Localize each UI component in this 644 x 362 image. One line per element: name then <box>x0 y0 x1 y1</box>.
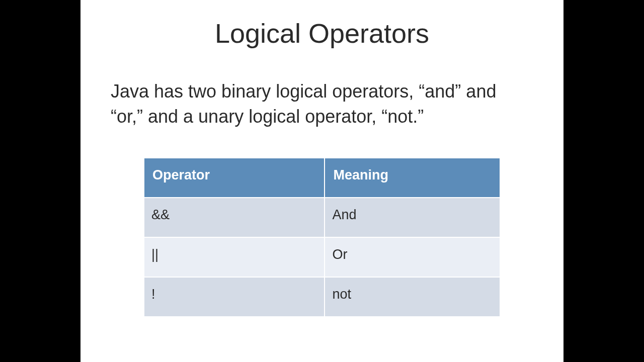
table-row: && And <box>144 198 500 237</box>
table-cell-operator: || <box>144 237 325 277</box>
slide-body-text: Java has two binary logical operators, “… <box>111 79 533 130</box>
table-cell-operator: && <box>144 198 325 237</box>
slide-title: Logical Operators <box>111 18 533 49</box>
table-header-meaning: Meaning <box>325 158 500 198</box>
slide: Logical Operators Java has two binary lo… <box>80 0 564 362</box>
table-header-operator: Operator <box>144 158 325 198</box>
table-cell-meaning: And <box>325 198 500 237</box>
table-row: ! not <box>144 277 500 317</box>
table-cell-meaning: Or <box>325 237 500 277</box>
table-cell-operator: ! <box>144 277 325 317</box>
table-header-row: Operator Meaning <box>144 158 500 198</box>
table-cell-meaning: not <box>325 277 500 317</box>
operators-table: Operator Meaning && And || Or ! not <box>143 157 501 317</box>
table-row: || Or <box>144 237 500 277</box>
